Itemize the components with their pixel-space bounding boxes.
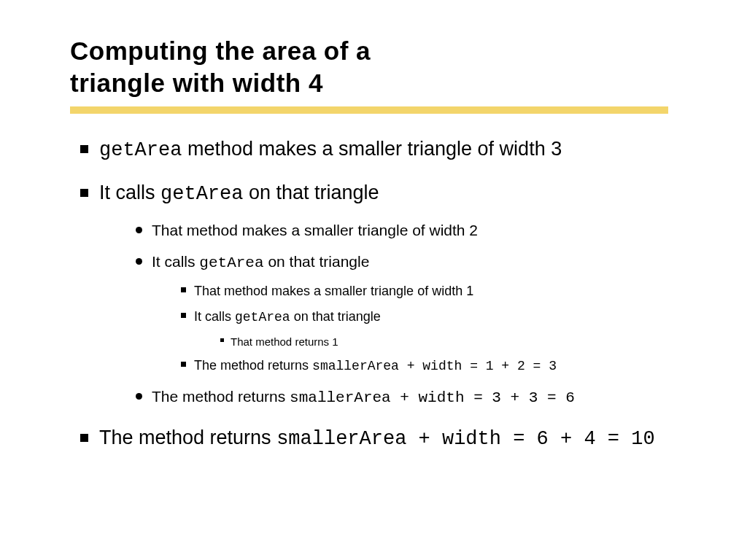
- title-line-2: triangle with width 4: [70, 69, 323, 97]
- code-text: getArea: [235, 310, 290, 324]
- code-text: getArea: [99, 139, 182, 161]
- list-item: It calls getArea on that triangle That m…: [127, 252, 689, 376]
- bullet-list-l1: getArea method makes a smaller triangle …: [70, 136, 689, 453]
- title-line-1: Computing the area of a: [70, 36, 371, 65]
- code-text: smallerArea + width = 1 + 2 = 3: [312, 359, 557, 373]
- body-text: That method returns 1: [231, 335, 338, 348]
- bullet-list-l2: That method makes a smaller triangle of …: [99, 220, 689, 408]
- body-text: on that triangle: [264, 253, 370, 270]
- body-text: on that triangle: [243, 182, 379, 203]
- code-text: smallerArea + width = 3 + 3 = 6: [290, 389, 575, 406]
- body-text: method makes a smaller triangle of width…: [182, 138, 562, 160]
- title-underline: [70, 106, 668, 114]
- code-text: smallerArea + width = 6 + 4 = 10: [276, 428, 654, 450]
- bullet-list-l3: That method makes a smaller triangle of …: [152, 282, 689, 376]
- code-text: getArea: [160, 183, 243, 205]
- bullet-list-l4: That method returns 1: [194, 334, 689, 349]
- list-item: That method makes a smaller triangle of …: [174, 282, 689, 300]
- slide-title: Computing the area of a triangle with wi…: [70, 35, 689, 99]
- slide: Computing the area of a triangle with wi…: [0, 0, 747, 560]
- body-text: on that triangle: [290, 309, 381, 324]
- body-text: The method returns: [99, 427, 276, 448]
- list-item: That method returns 1: [214, 334, 689, 349]
- list-item: The method returns smallerArea + width =…: [70, 424, 689, 452]
- body-text: It calls: [152, 253, 199, 270]
- body-text: That method makes a smaller triangle of …: [194, 284, 473, 298]
- list-item: The method returns smallerArea + width =…: [174, 357, 689, 376]
- body-text: It calls: [99, 182, 160, 203]
- body-text: That method makes a smaller triangle of …: [152, 222, 478, 238]
- body-text: The method returns: [152, 388, 290, 405]
- list-item: getArea method makes a smaller triangle …: [70, 136, 689, 163]
- body-text: The method returns: [194, 358, 312, 373]
- list-item: It calls getArea on that triangle That m…: [70, 179, 689, 408]
- list-item: The method returns smallerArea + width =…: [127, 386, 689, 408]
- list-item: That method makes a smaller triangle of …: [127, 220, 689, 241]
- slide-content: getArea method makes a smaller triangle …: [70, 136, 689, 453]
- list-item: It calls getArea on that triangle That m…: [174, 308, 689, 349]
- body-text: It calls: [194, 309, 235, 324]
- code-text: getArea: [199, 254, 263, 271]
